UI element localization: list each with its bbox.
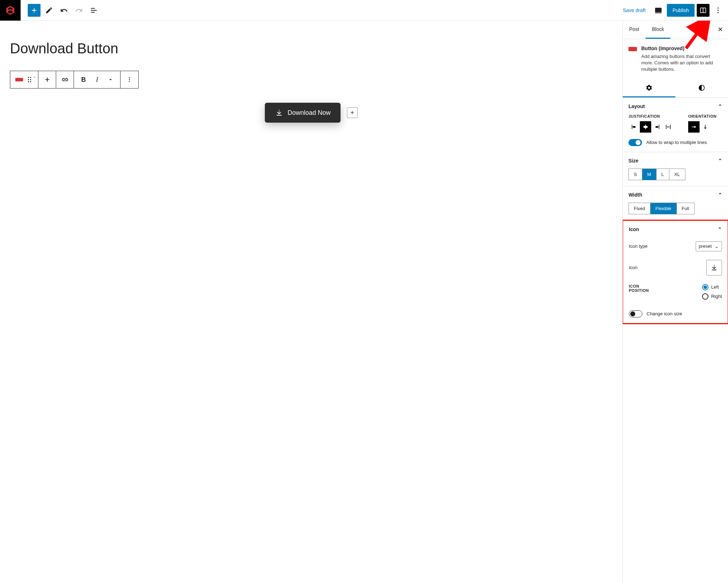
svg-point-4 <box>717 10 718 11</box>
bold-button[interactable]: B <box>77 71 90 88</box>
preview-button[interactable] <box>652 4 665 17</box>
chevron-up-icon: ⌃ <box>718 103 722 109</box>
svg-point-8 <box>28 79 29 80</box>
subtab-settings[interactable] <box>623 79 675 97</box>
size-group: S M L XL <box>628 169 685 180</box>
orient-horizontal-button[interactable] <box>688 121 700 133</box>
chevron-up-icon: ⌃ <box>718 226 722 232</box>
icon-picker-button[interactable] <box>706 260 722 276</box>
subtab-styles[interactable] <box>675 79 728 97</box>
move-arrows[interactable]: ⌃ ⌄ <box>33 77 36 82</box>
undo-button[interactable] <box>58 4 70 17</box>
svg-point-7 <box>30 77 31 78</box>
justify-center-button[interactable] <box>640 121 651 133</box>
chevron-up-icon: ⌃ <box>718 158 722 164</box>
icon-pos-right-radio[interactable]: Right <box>702 293 722 300</box>
italic-button[interactable]: I <box>90 71 104 88</box>
block-description: Add amazing buttons that convert more. C… <box>641 53 722 73</box>
justify-space-button[interactable] <box>663 121 674 133</box>
size-s[interactable]: S <box>629 169 642 180</box>
save-draft-button[interactable]: Save draft <box>619 5 650 16</box>
block-icon <box>628 47 637 51</box>
icon-position-label: ICON POSITION <box>629 284 657 293</box>
download-icon <box>275 108 283 117</box>
radio-unchecked-icon <box>702 293 708 300</box>
icon-size-label: Change icon size <box>647 311 682 316</box>
more-options-button[interactable] <box>712 4 724 17</box>
svg-point-13 <box>129 79 130 80</box>
block-toolbar: ⌃ ⌄ B I <box>10 71 139 89</box>
more-text-button[interactable] <box>104 71 117 88</box>
width-fixed[interactable]: Fixed <box>629 203 651 214</box>
close-sidebar-button[interactable]: ✕ <box>718 26 723 33</box>
wrap-label: Allow to wrap to multiple lines <box>646 140 707 145</box>
size-xl[interactable]: XL <box>669 169 685 180</box>
block-type-icon[interactable] <box>12 71 26 88</box>
width-flexible[interactable]: Flexible <box>651 203 677 214</box>
download-button-label: Download Now <box>288 109 331 117</box>
redo-button[interactable] <box>73 4 85 17</box>
tab-block[interactable]: Block <box>646 21 670 39</box>
svg-point-9 <box>30 79 31 80</box>
width-group: Fixed Flexible Full <box>628 203 695 214</box>
svg-point-5 <box>717 12 718 13</box>
orient-vertical-button[interactable] <box>700 121 711 133</box>
settings-panel-toggle[interactable] <box>697 4 710 17</box>
gear-icon <box>646 84 653 91</box>
width-full[interactable]: Full <box>677 203 694 214</box>
download-icon <box>710 264 718 272</box>
panel-layout-toggle[interactable]: Layout⌃ <box>628 103 722 109</box>
app-logo[interactable] <box>0 0 21 21</box>
wrap-toggle[interactable] <box>628 139 642 146</box>
icon-label: Icon <box>629 265 638 270</box>
svg-point-3 <box>717 7 718 8</box>
contrast-icon <box>698 84 705 91</box>
orientation-label: ORIENTATION <box>688 114 717 118</box>
download-button[interactable]: Download Now <box>265 103 341 123</box>
chevron-up-icon: ⌃ <box>718 192 722 198</box>
tab-post[interactable]: Post <box>623 21 646 39</box>
icon-type-label: Icon type <box>629 244 648 249</box>
size-m[interactable]: M <box>642 169 657 180</box>
svg-point-14 <box>129 81 130 82</box>
edit-mode-button[interactable] <box>43 4 55 17</box>
radio-checked-icon <box>702 284 708 290</box>
svg-point-6 <box>28 77 29 78</box>
size-l[interactable]: L <box>657 169 669 180</box>
justify-left-button[interactable] <box>628 121 640 133</box>
icon-type-select[interactable]: preset ⌄ <box>696 241 722 251</box>
link-button[interactable] <box>56 71 74 88</box>
svg-point-11 <box>30 81 31 82</box>
page-title[interactable]: Download Button <box>10 41 612 57</box>
publish-button[interactable]: Publish <box>667 4 695 17</box>
move-down-icon[interactable]: ⌄ <box>33 80 36 82</box>
add-block-button[interactable] <box>28 4 41 17</box>
add-button-after[interactable]: + <box>347 107 358 118</box>
icon-pos-left-radio[interactable]: Left <box>702 284 722 290</box>
icon-size-toggle[interactable] <box>629 310 642 317</box>
panel-width-toggle[interactable]: Width⌃ <box>628 192 722 198</box>
svg-point-12 <box>129 77 130 78</box>
justify-right-button[interactable] <box>651 121 663 133</box>
panel-size-toggle[interactable]: Size⌃ <box>628 158 722 164</box>
block-more-button[interactable] <box>121 71 138 88</box>
justification-label: JUSTIFICATION <box>628 114 674 118</box>
svg-rect-0 <box>655 8 662 12</box>
align-button[interactable] <box>38 71 56 88</box>
block-name: Button (Improved) <box>641 46 722 51</box>
drag-handle-icon[interactable] <box>26 71 33 88</box>
panel-icon-toggle[interactable]: Icon⌃ <box>629 226 722 232</box>
svg-point-10 <box>28 81 29 82</box>
document-outline-button[interactable] <box>87 4 100 17</box>
chevron-down-icon: ⌄ <box>714 244 719 249</box>
